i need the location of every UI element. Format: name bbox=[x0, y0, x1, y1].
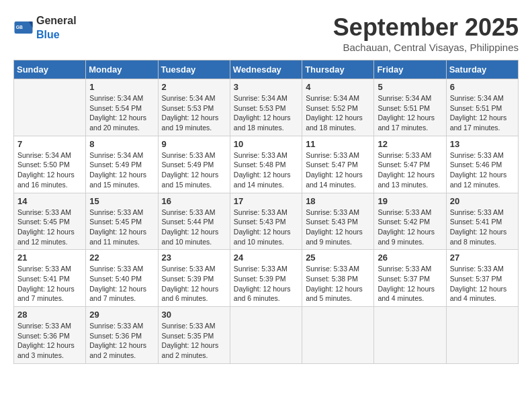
day-number: 1 bbox=[89, 82, 154, 92]
calendar-cell: 5Sunrise: 5:34 AM Sunset: 5:51 PM Daylig… bbox=[374, 79, 446, 136]
day-number: 26 bbox=[378, 253, 442, 263]
day-number: 13 bbox=[450, 139, 515, 149]
day-info: Sunrise: 5:34 AM Sunset: 5:49 PM Dayligh… bbox=[89, 150, 154, 190]
day-info: Sunrise: 5:34 AM Sunset: 5:53 PM Dayligh… bbox=[234, 93, 298, 133]
day-info: Sunrise: 5:33 AM Sunset: 5:41 PM Dayligh… bbox=[17, 264, 82, 304]
calendar-cell: 14Sunrise: 5:33 AM Sunset: 5:45 PM Dayli… bbox=[14, 193, 86, 250]
day-number: 4 bbox=[306, 82, 370, 92]
day-number: 12 bbox=[378, 139, 442, 149]
header-monday: Monday bbox=[86, 60, 158, 79]
day-info: Sunrise: 5:33 AM Sunset: 5:36 PM Dayligh… bbox=[89, 321, 154, 361]
calendar-week-2: 7Sunrise: 5:34 AM Sunset: 5:50 PM Daylig… bbox=[14, 136, 519, 193]
day-number: 17 bbox=[234, 196, 298, 206]
day-number: 18 bbox=[306, 196, 370, 206]
day-number: 16 bbox=[162, 196, 226, 206]
day-number: 24 bbox=[234, 253, 298, 263]
day-info: Sunrise: 5:33 AM Sunset: 5:36 PM Dayligh… bbox=[17, 321, 82, 361]
day-number: 23 bbox=[162, 253, 226, 263]
calendar-cell: 16Sunrise: 5:33 AM Sunset: 5:44 PM Dayli… bbox=[158, 193, 230, 250]
calendar-cell: 12Sunrise: 5:33 AM Sunset: 5:47 PM Dayli… bbox=[374, 136, 446, 193]
calendar-cell: 13Sunrise: 5:33 AM Sunset: 5:46 PM Dayli… bbox=[446, 136, 518, 193]
day-number: 3 bbox=[234, 82, 298, 92]
calendar-cell: 8Sunrise: 5:34 AM Sunset: 5:49 PM Daylig… bbox=[86, 136, 158, 193]
header-friday: Friday bbox=[374, 60, 446, 79]
day-number: 27 bbox=[450, 253, 515, 263]
day-number: 14 bbox=[17, 196, 82, 206]
calendar-cell: 23Sunrise: 5:33 AM Sunset: 5:39 PM Dayli… bbox=[158, 250, 230, 307]
day-info: Sunrise: 5:33 AM Sunset: 5:44 PM Dayligh… bbox=[162, 208, 226, 247]
day-number: 2 bbox=[162, 82, 226, 92]
calendar-cell: 15Sunrise: 5:33 AM Sunset: 5:45 PM Dayli… bbox=[86, 193, 158, 250]
calendar-week-5: 28Sunrise: 5:33 AM Sunset: 5:36 PM Dayli… bbox=[14, 307, 519, 364]
day-info: Sunrise: 5:33 AM Sunset: 5:39 PM Dayligh… bbox=[162, 264, 226, 304]
calendar-week-4: 21Sunrise: 5:33 AM Sunset: 5:41 PM Dayli… bbox=[14, 250, 519, 307]
svg-text:GB: GB bbox=[16, 25, 23, 30]
calendar-cell bbox=[446, 307, 518, 364]
day-info: Sunrise: 5:33 AM Sunset: 5:37 PM Dayligh… bbox=[378, 264, 442, 304]
header-sunday: Sunday bbox=[14, 60, 86, 79]
calendar-cell: 11Sunrise: 5:33 AM Sunset: 5:47 PM Dayli… bbox=[302, 136, 374, 193]
day-number: 29 bbox=[89, 310, 154, 320]
header-thursday: Thursday bbox=[302, 60, 374, 79]
day-number: 5 bbox=[378, 82, 442, 92]
day-number: 22 bbox=[89, 253, 154, 263]
day-number: 8 bbox=[89, 139, 154, 149]
day-info: Sunrise: 5:34 AM Sunset: 5:54 PM Dayligh… bbox=[89, 93, 154, 133]
day-info: Sunrise: 5:33 AM Sunset: 5:37 PM Dayligh… bbox=[450, 264, 515, 304]
day-number: 30 bbox=[162, 310, 226, 320]
day-number: 9 bbox=[162, 139, 226, 149]
calendar-cell: 25Sunrise: 5:33 AM Sunset: 5:38 PM Dayli… bbox=[302, 250, 374, 307]
calendar-cell: 22Sunrise: 5:33 AM Sunset: 5:40 PM Dayli… bbox=[86, 250, 158, 307]
calendar-table: SundayMondayTuesdayWednesdayThursdayFrid… bbox=[13, 60, 519, 364]
day-number: 10 bbox=[234, 139, 298, 149]
day-info: Sunrise: 5:34 AM Sunset: 5:50 PM Dayligh… bbox=[17, 150, 82, 190]
day-number: 28 bbox=[17, 310, 82, 320]
calendar-cell: 18Sunrise: 5:33 AM Sunset: 5:43 PM Dayli… bbox=[302, 193, 374, 250]
calendar-cell: 30Sunrise: 5:33 AM Sunset: 5:35 PM Dayli… bbox=[158, 307, 230, 364]
day-info: Sunrise: 5:33 AM Sunset: 5:40 PM Dayligh… bbox=[89, 264, 154, 304]
calendar-cell: 24Sunrise: 5:33 AM Sunset: 5:39 PM Dayli… bbox=[230, 250, 302, 307]
location-title: Bachauan, Central Visayas, Philippines bbox=[333, 42, 519, 53]
header: GB General Blue September 2025 Bachauan,… bbox=[13, 13, 519, 53]
day-info: Sunrise: 5:34 AM Sunset: 5:51 PM Dayligh… bbox=[450, 93, 515, 133]
calendar-cell: 19Sunrise: 5:33 AM Sunset: 5:42 PM Dayli… bbox=[374, 193, 446, 250]
day-info: Sunrise: 5:33 AM Sunset: 5:46 PM Dayligh… bbox=[450, 150, 515, 190]
calendar-cell: 7Sunrise: 5:34 AM Sunset: 5:50 PM Daylig… bbox=[14, 136, 86, 193]
day-info: Sunrise: 5:33 AM Sunset: 5:45 PM Dayligh… bbox=[17, 208, 82, 247]
day-info: Sunrise: 5:33 AM Sunset: 5:48 PM Dayligh… bbox=[234, 150, 298, 190]
day-info: Sunrise: 5:33 AM Sunset: 5:41 PM Dayligh… bbox=[450, 208, 515, 247]
day-number: 15 bbox=[89, 196, 154, 206]
day-info: Sunrise: 5:34 AM Sunset: 5:51 PM Dayligh… bbox=[378, 93, 442, 133]
calendar-cell: 29Sunrise: 5:33 AM Sunset: 5:36 PM Dayli… bbox=[86, 307, 158, 364]
calendar-week-3: 14Sunrise: 5:33 AM Sunset: 5:45 PM Dayli… bbox=[14, 193, 519, 250]
day-info: Sunrise: 5:33 AM Sunset: 5:43 PM Dayligh… bbox=[306, 208, 370, 247]
month-title: September 2025 bbox=[333, 13, 519, 42]
day-number: 21 bbox=[17, 253, 82, 263]
calendar-header-row: SundayMondayTuesdayWednesdayThursdayFrid… bbox=[14, 60, 519, 79]
calendar-cell: 26Sunrise: 5:33 AM Sunset: 5:37 PM Dayli… bbox=[374, 250, 446, 307]
day-info: Sunrise: 5:33 AM Sunset: 5:42 PM Dayligh… bbox=[378, 208, 442, 247]
calendar-cell: 9Sunrise: 5:33 AM Sunset: 5:49 PM Daylig… bbox=[158, 136, 230, 193]
calendar-cell: 20Sunrise: 5:33 AM Sunset: 5:41 PM Dayli… bbox=[446, 193, 518, 250]
calendar-cell bbox=[302, 307, 374, 364]
calendar-cell bbox=[230, 307, 302, 364]
calendar-cell: 27Sunrise: 5:33 AM Sunset: 5:37 PM Dayli… bbox=[446, 250, 518, 307]
day-info: Sunrise: 5:33 AM Sunset: 5:47 PM Dayligh… bbox=[378, 150, 442, 190]
day-info: Sunrise: 5:33 AM Sunset: 5:35 PM Dayligh… bbox=[162, 321, 226, 361]
calendar-cell: 21Sunrise: 5:33 AM Sunset: 5:41 PM Dayli… bbox=[14, 250, 86, 307]
calendar-cell: 3Sunrise: 5:34 AM Sunset: 5:53 PM Daylig… bbox=[230, 79, 302, 136]
day-number: 11 bbox=[306, 139, 370, 149]
calendar-cell: 2Sunrise: 5:34 AM Sunset: 5:53 PM Daylig… bbox=[158, 79, 230, 136]
day-info: Sunrise: 5:34 AM Sunset: 5:53 PM Dayligh… bbox=[162, 93, 226, 133]
day-number: 7 bbox=[17, 139, 82, 149]
day-info: Sunrise: 5:33 AM Sunset: 5:45 PM Dayligh… bbox=[89, 208, 154, 247]
header-saturday: Saturday bbox=[446, 60, 518, 79]
day-info: Sunrise: 5:34 AM Sunset: 5:52 PM Dayligh… bbox=[306, 93, 370, 133]
logo-icon: GB bbox=[13, 17, 34, 38]
calendar-cell: 4Sunrise: 5:34 AM Sunset: 5:52 PM Daylig… bbox=[302, 79, 374, 136]
day-number: 19 bbox=[378, 196, 442, 206]
logo-blue-text: Blue bbox=[36, 29, 60, 40]
day-info: Sunrise: 5:33 AM Sunset: 5:43 PM Dayligh… bbox=[234, 208, 298, 247]
day-number: 6 bbox=[450, 82, 515, 92]
calendar-cell: 6Sunrise: 5:34 AM Sunset: 5:51 PM Daylig… bbox=[446, 79, 518, 136]
